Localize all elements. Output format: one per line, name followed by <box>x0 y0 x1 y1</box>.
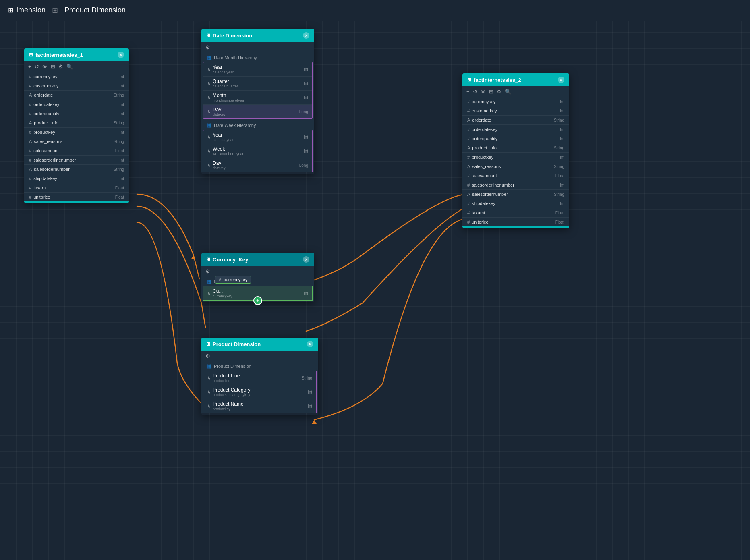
hash-icon: # <box>29 158 31 162</box>
field-name: currencykey <box>33 74 120 79</box>
factinternetsales2-close[interactable]: × <box>558 77 564 83</box>
field-type: Int <box>560 183 564 187</box>
field-name: productkey <box>472 155 560 160</box>
settings-icon[interactable]: ⚙ <box>205 268 210 274</box>
text-icon: A <box>467 145 470 150</box>
product-line-row: ↳ Product Line productline String <box>203 371 316 385</box>
field-type: Int <box>120 102 124 107</box>
field-productkey-1: # productkey Int <box>24 128 129 137</box>
arrow-icon: ↳ <box>207 67 211 72</box>
field-type: String <box>554 118 564 122</box>
product-category-row: ↳ Product Category productsubcategorykey… <box>203 385 316 399</box>
field-shipdatekey-2: # shipdatekey Int <box>462 199 569 208</box>
date-week-hierarchy-group: ↳ Year calendaryear Int ↳ Week weeknumbe… <box>203 130 313 172</box>
field-name: salesordernumber <box>472 192 554 197</box>
field-name: product_info <box>34 120 114 125</box>
field-type: Float <box>115 195 124 199</box>
field-name: Week <box>213 146 225 152</box>
field-left: ↳ Month monthnumberofyear <box>207 93 245 102</box>
refresh-icon[interactable]: ↺ <box>473 89 477 95</box>
field-type: String <box>302 376 312 380</box>
field-type: Int <box>120 84 124 88</box>
field-left: ↳ Quarter calendarquarter <box>207 79 238 88</box>
field-type: Float <box>555 220 564 224</box>
field-name: orderquantity <box>33 111 120 116</box>
week-year-row: ↳ Year calendaryear Int <box>203 130 312 144</box>
product-dimension-body: 👥 Product Dimension ↳ Product Line produ… <box>201 361 318 413</box>
field-salesordernumber-2: A salesordernumber String <box>462 190 569 199</box>
arrow-icon: ↳ <box>207 390 211 394</box>
settings-icon[interactable]: ⚙ <box>497 89 501 95</box>
field-left: ↳ Product Name productkey <box>207 401 244 411</box>
settings-icon[interactable]: ⚙ <box>205 353 210 359</box>
field-name: sales_reasons <box>472 164 554 169</box>
field-name: Product Name <box>213 401 244 407</box>
search-icon[interactable]: 🔍 <box>505 89 511 95</box>
currency-key-close[interactable]: × <box>303 256 309 263</box>
table-icon: ⊞ <box>29 52 33 58</box>
field-left: ↳ Year calendaryear <box>207 64 234 74</box>
field-sub: productline <box>213 379 240 383</box>
field-name: Quarter <box>213 79 229 84</box>
field-salesordernumber-1: A salesordernumber String <box>24 165 129 174</box>
field-name: currencykey <box>472 99 560 104</box>
week-week-row: ↳ Week weeknumberofyear Int <box>203 144 312 158</box>
factinternetsales2-card: ⊞ factinternetsales_2 × + ↺ 👁 ⊞ ⚙ 🔍 # cu… <box>462 73 569 228</box>
field-name: Year <box>213 64 222 70</box>
table-icon: ⊞ <box>206 33 210 38</box>
field-salesamount-1: # salesamount Float <box>24 146 129 156</box>
field-type: String <box>114 167 124 172</box>
field-type: String <box>114 93 124 97</box>
field-sub: datekey <box>213 112 226 116</box>
currency-key-toolbar: ⚙ <box>201 266 314 277</box>
field-left: ↳ Week weeknumberofyear <box>207 146 244 156</box>
arrow-icon: ↳ <box>207 135 211 139</box>
hash-icon: # <box>467 99 470 104</box>
date-dimension-close[interactable]: × <box>303 32 309 39</box>
field-left: ↳ Day datekey <box>207 160 226 170</box>
month-year-row: ↳ Year calendaryear Int <box>203 62 312 77</box>
field-name: orderquantity <box>472 136 560 141</box>
search-icon[interactable]: 🔍 <box>66 64 73 70</box>
settings-icon[interactable]: ⚙ <box>205 44 210 50</box>
field-name: Month <box>213 93 226 98</box>
arrow-icon: ↳ <box>207 163 211 168</box>
field-currencykey-1: # currencykey Int <box>24 72 129 81</box>
refresh-icon[interactable]: ↺ <box>35 64 39 70</box>
field-name: productkey <box>33 130 120 135</box>
product-dimension-close[interactable]: × <box>307 341 313 347</box>
product-dimension-card: ⊞ Product Dimension × ⚙ 👥 Product Dimens… <box>201 338 318 415</box>
text-icon: A <box>29 139 32 144</box>
add-field-badge[interactable]: + <box>253 296 262 305</box>
date-dimension-toolbar: ⚙ <box>201 42 314 53</box>
eye-icon[interactable]: 👁 <box>42 64 48 70</box>
hash-icon: # <box>467 108 470 113</box>
factinternetsales2-title: factinternetsales_2 <box>474 77 521 83</box>
field-name: salesorderlinenumber <box>33 158 120 162</box>
hierarchy-icon: 👥 <box>206 279 212 284</box>
field-type: Int <box>120 130 124 135</box>
field-sub: productsubcategorykey <box>213 393 250 397</box>
text-icon: A <box>29 120 32 125</box>
hash-icon: # <box>467 183 470 187</box>
field-left: ↳ Day datekey <box>207 107 226 116</box>
grid-icon[interactable]: ⊞ <box>489 89 493 95</box>
factinternetsales1-close[interactable]: × <box>118 52 124 58</box>
settings-icon[interactable]: ⚙ <box>58 64 63 70</box>
field-name: customerkey <box>33 83 120 88</box>
text-icon: A <box>467 164 470 169</box>
factinternetsales2-toolbar: + ↺ 👁 ⊞ ⚙ 🔍 <box>462 86 569 97</box>
add-icon[interactable]: + <box>466 89 470 95</box>
tooltip-text: currencykey <box>224 277 247 282</box>
field-name: sales_reasons <box>34 139 114 144</box>
field-currencykey-2: # currencykey Int <box>462 97 569 106</box>
field-type: Int <box>308 404 312 409</box>
grid-icon[interactable]: ⊞ <box>51 64 55 70</box>
add-icon[interactable]: + <box>28 64 31 70</box>
field-type: Int <box>304 81 308 86</box>
eye-icon[interactable]: 👁 <box>481 89 486 95</box>
date-month-hierarchy-label: 👥 Date Month Hierarchy <box>201 53 314 62</box>
field-left: ↳ Year calendaryear <box>207 132 234 142</box>
hierarchy-icon: 👥 <box>206 55 212 60</box>
field-type: String <box>114 139 124 144</box>
